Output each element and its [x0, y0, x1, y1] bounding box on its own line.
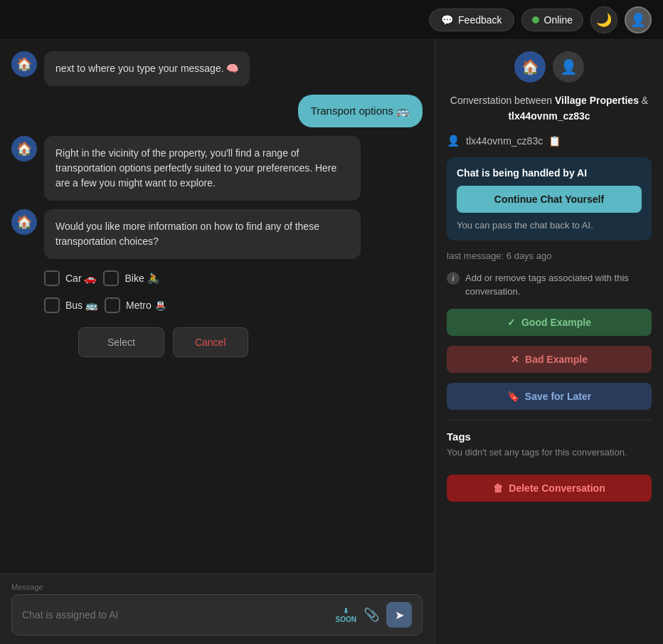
transport-options-row2: Bus 🚌 Metro 🚇 [44, 297, 423, 313]
bot-bubble-1: next to where you type your message. 🧠 [44, 51, 250, 86]
right-sidebar: 🏠 👤 Converstation between Village Proper… [435, 40, 663, 644]
attach-icon[interactable]: 📎 [364, 607, 379, 623]
main-content: 🏠 next to where you type your message. 🧠… [0, 40, 663, 644]
user-avatar-button[interactable]: 👤 [625, 6, 652, 33]
ai-box-title: Chat is being handled by AI [457, 167, 642, 179]
ai-box-note: You can pass the chat back to AI. [457, 220, 642, 231]
bot-avatar-3: 🏠 [11, 209, 37, 235]
trash-icon: 🗑 [493, 482, 503, 494]
bot-message-3: 🏠 Would you like more information on how… [11, 209, 361, 259]
x-icon: ✕ [511, 354, 519, 365]
chat-messages: 🏠 next to where you type your message. 🧠… [0, 40, 434, 574]
user-id-label: tlx44ovnm_cz83c [466, 135, 543, 147]
online-indicator [532, 16, 539, 23]
topbar: 💬 Feedback Online 🌙 👤 [0, 0, 663, 40]
select-button[interactable]: Select [78, 327, 164, 357]
divider [447, 420, 652, 421]
conversation-info: Converstation between Village Properties… [447, 93, 652, 125]
option-car: Car 🚗 [44, 270, 96, 286]
good-example-label: Good Example [521, 317, 591, 328]
save-later-button[interactable]: 🔖 Save for Later [447, 383, 652, 410]
soon-arrow: ⬇ [343, 607, 349, 615]
continue-chat-button[interactable]: Continue Chat Yourself [457, 186, 642, 213]
bot-avatar-2: 🏠 [11, 136, 37, 162]
cancel-button[interactable]: Cancel [173, 327, 248, 357]
input-label: Message [11, 583, 423, 591]
feedback-button[interactable]: 💬 Feedback [429, 9, 514, 31]
option-metro: Metro 🚇 [105, 297, 166, 313]
bot-bubble-2: Right in the vicinity of the property, y… [44, 136, 361, 201]
delete-conversation-button[interactable]: 🗑 Delete Conversation [447, 475, 652, 502]
checkbox-car[interactable] [44, 270, 60, 286]
and-label: & [642, 95, 648, 106]
chat-input-area: Message ⬇ SOON 📎 ➤ [0, 574, 434, 644]
avatar-icon: 👤 [630, 12, 646, 28]
company-name: Village Properties [555, 95, 639, 106]
check-icon: ✓ [507, 317, 516, 328]
tags-section: Tags You didn't set any tags for this co… [447, 431, 652, 465]
bot-avatar-1: 🏠 [11, 51, 37, 77]
send-button[interactable]: ➤ [386, 602, 412, 628]
send-icon: ➤ [395, 608, 404, 622]
bot-message-1: 🏠 next to where you type your message. 🧠 [11, 51, 361, 86]
online-button[interactable]: Online [521, 9, 583, 31]
good-example-button[interactable]: ✓ Good Example [447, 309, 652, 336]
option-bus-label: Bus 🚌 [65, 300, 97, 311]
soon-label: SOON [336, 616, 356, 623]
option-bike: Bike 🚴 [103, 270, 159, 286]
bot-message-2: 🏠 Right in the vicinity of the property,… [11, 136, 361, 201]
user-bubble-1: Transport options 🚌 [298, 95, 423, 127]
user-sidebar-avatar: 👤 [553, 51, 584, 83]
theme-toggle-button[interactable]: 🌙 [590, 6, 617, 33]
bot-bubble-3: Would you like more information on how t… [44, 209, 361, 259]
conv-label: Converstation between [450, 95, 552, 106]
delete-label: Delete Conversation [509, 482, 605, 494]
transport-options: Car 🚗 Bike 🚴 [44, 270, 423, 286]
action-buttons: 🏠 Select Cancel [44, 327, 423, 357]
tags-empty-text: You didn't set any tags for this convers… [447, 447, 652, 458]
soon-badge: ⬇ SOON [336, 607, 356, 623]
save-later-label: Save for Later [525, 391, 591, 402]
checkbox-bus[interactable] [44, 297, 60, 313]
tags-info-text: Add or remove tags associated with this … [465, 271, 652, 299]
user-id-conv: tlx44ovnm_cz83c [508, 110, 590, 122]
feedback-icon: 💬 [441, 14, 453, 26]
input-row: ⬇ SOON 📎 ➤ [11, 594, 423, 635]
tags-title: Tags [447, 431, 652, 443]
message-input[interactable] [22, 609, 329, 621]
option-metro-label: Metro 🚇 [126, 300, 166, 311]
sidebar-avatars: 🏠 👤 [447, 51, 652, 83]
last-message: last message: 6 days ago [447, 250, 652, 261]
bookmark-icon: 🔖 [507, 391, 519, 402]
info-icon: i [447, 272, 460, 285]
company-avatar: 🏠 [514, 51, 546, 83]
online-label: Online [544, 14, 573, 26]
chat-panel: 🏠 next to where you type your message. 🧠… [0, 40, 435, 644]
feedback-label: Feedback [458, 14, 502, 26]
ai-handling-box: Chat is being handled by AI Continue Cha… [447, 157, 652, 241]
user-message-1: Transport options 🚌 [298, 95, 423, 127]
checkbox-metro[interactable] [105, 297, 120, 313]
copy-icon[interactable]: 📋 [548, 135, 561, 147]
tags-info-row: i Add or remove tags associated with thi… [447, 271, 652, 299]
bad-example-label: Bad Example [525, 354, 588, 365]
bad-example-button[interactable]: ✕ Bad Example [447, 346, 652, 373]
checkbox-bike[interactable] [103, 270, 119, 286]
moon-icon: 🌙 [596, 12, 612, 28]
user-id-row: 👤 tlx44ovnm_cz83c 📋 [447, 134, 652, 147]
option-car-label: Car 🚗 [65, 273, 96, 284]
option-bike-label: Bike 🚴 [124, 273, 159, 284]
option-bus: Bus 🚌 [44, 297, 97, 313]
user-icon: 👤 [447, 134, 460, 147]
